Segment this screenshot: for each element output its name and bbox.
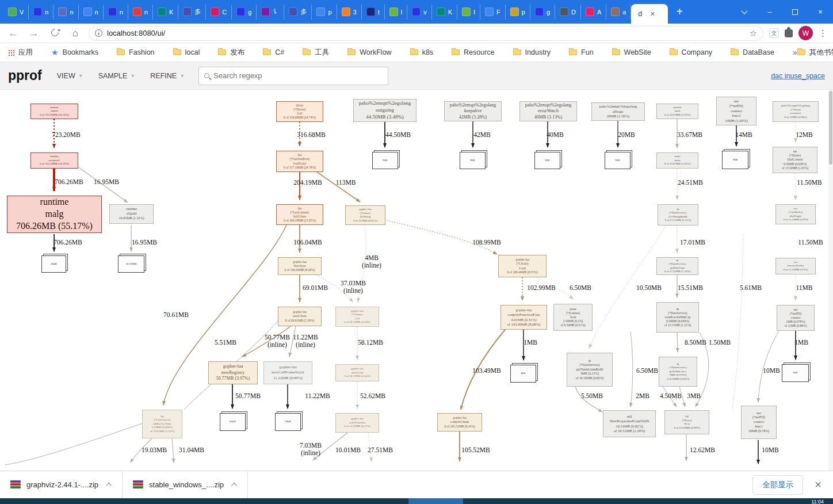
graph-node-sink-96b-6[interactable]: 96B	[782, 364, 809, 382]
graph-node-sink-96b-3[interactable]: 96B	[534, 152, 560, 169]
graph-node-gopher-mainloop[interactable]: gopher-luamainLoop0 of 58.12MB (4.54%)	[335, 364, 379, 381]
graph-node-sink-4kb[interactable]: 4kB	[510, 365, 536, 383]
bookmark-item-发布[interactable]: 发布	[218, 48, 244, 58]
graph-node-ds-getthinklinksbyid[interactable]: ds(*DataService)getThinkLinksByID3MB (0.…	[567, 353, 613, 387]
browser-tab-8[interactable]: 多	[178, 5, 206, 20]
browser-tab-18[interactable]: K	[432, 5, 457, 20]
download-bar-close-icon[interactable]: ×	[815, 478, 821, 491]
graph-node-gopher-compilechunk[interactable]: gopher-luacompileChunk0 of 105.52MB (8.2…	[437, 413, 482, 432]
browser-tab-15[interactable]: t	[362, 5, 385, 20]
graph-node-sink-96b-1[interactable]: 96B	[372, 152, 398, 169]
graph-node-runtime-mstart[interactable]: runtimemstart0 of 723.20MB (56.50%)	[30, 104, 78, 119]
graph-node-net-internetsocket[interactable]: netinternetSocket0 of 11.50MB (0.9%)	[775, 258, 816, 274]
graph-node-lua-initlstate[interactable]: lua(*LuaContext)InitLState0 of 204.19MB …	[276, 204, 323, 225]
browser-tab-17[interactable]: v	[407, 5, 432, 20]
bookmark-item-k8s[interactable]: k8s	[410, 48, 433, 56]
graph-node-sink-80kb[interactable]: 80kB	[220, 413, 246, 431]
graph-node-driver-call[interactable]: driver(*Driver)Call0 of 316.68MB (24.74%…	[276, 101, 323, 122]
chevron-up-icon[interactable]	[106, 483, 112, 488]
scrollbar-thumb[interactable]	[829, 91, 832, 165]
graph-node-sink-20kb[interactable]: 20kB	[275, 413, 301, 431]
extensions-icon[interactable]	[785, 29, 793, 37]
browser-tab-22[interactable]: g	[530, 5, 555, 20]
browser-tab-1[interactable]: V	[3, 5, 29, 20]
menu-sample[interactable]: SAMPLE▼	[98, 72, 136, 80]
browser-tab-3[interactable]: n	[54, 5, 78, 20]
graph-node-paho-errorwatch[interactable]: paho%2emqtt%2egolangerrorWatch40MB (3.13…	[519, 101, 577, 121]
tab-close-icon[interactable]: ×	[650, 9, 655, 18]
tab-search-chevron-icon[interactable]	[732, 0, 757, 24]
browser-tab-6[interactable]: n	[128, 5, 153, 20]
menu-refine[interactable]: REFINE▼	[150, 72, 185, 80]
bookmark-item-Fashion[interactable]: Fashion	[117, 48, 154, 56]
browser-tab-23[interactable]: D	[555, 5, 581, 20]
browser-tab-4[interactable]: n	[79, 5, 104, 20]
graph-node-util-newpropertiesfromjson[interactable]: utilNewPropertiesFromJSON10.51MB (0.82%)…	[603, 410, 656, 437]
graph-node-main-main[interactable]: mainmain0 of 33.67MB (2.63%)	[656, 152, 698, 169]
translate-icon[interactable]: 文	[769, 28, 779, 38]
graph-node-lua-adddevicetable[interactable]: lua(*LuaContext)addDeviceTable0.50MB (0.…	[142, 410, 182, 438]
graph-node-lua-loadscript[interactable]: lua(*LuaSandbox)loadScript0 of 317.19MB …	[276, 151, 323, 172]
browser-tab-19[interactable]: I	[457, 5, 480, 20]
graph-node-net-netfd-connect[interactable]: net(*netFD)connect1MB (0.078%)of 11MB (0…	[777, 305, 815, 331]
graph-node-gopher-newregistry[interactable]: gopher-luanewRegistry50.77MB (3.97%)	[208, 361, 258, 384]
search-box[interactable]	[198, 67, 388, 85]
graph-node-gopher-lstate-call[interactable]: gopher-lua(*LState)Call0 of 58.12MB (4.5…	[335, 307, 379, 327]
graph-node-runtime-malg[interactable]: runtimemalg706.26MB (55.17%)	[7, 196, 102, 233]
graph-node-parse-scan[interactable]: parse(*Scanner)Scan2.50MB (0.2%)of 6.50M…	[553, 304, 593, 331]
browser-tab-5[interactable]: n	[104, 5, 128, 20]
graph-node-net-dialsingle[interactable]: net(*sysDialer)dialSingle0 of 11.50MB (0…	[775, 204, 816, 224]
bookmark-item-应用[interactable]: 应用	[8, 48, 33, 58]
graph-node-net-connect-func1[interactable]: net(*netFD)connectfunc110MB (0.78%)	[741, 406, 777, 439]
browser-tab-24[interactable]: A	[581, 5, 606, 20]
new-tab-button[interactable]: +	[668, 5, 691, 18]
graph-node-gopher-load[interactable]: gopher-lua(*LState)Load0 of 109.49MB (8.…	[498, 255, 547, 277]
graph-node-runtime-main[interactable]: runtimemain0 of 33.67MB (2.63%)	[656, 104, 698, 119]
download-item-2[interactable]: stable_windows_....zip	[123, 471, 248, 498]
menu-kebab-icon[interactable]: ⋮	[819, 28, 827, 39]
menu-view[interactable]: VIEW▼	[57, 72, 83, 80]
browser-tab-7[interactable]: K	[153, 5, 178, 20]
search-input[interactable]	[213, 71, 383, 80]
graph-node-ds-getsubdevices[interactable]: ds(*DataService)getSubDevices1MB (0.078%…	[659, 357, 697, 387]
bookmark-item-Bookmarks[interactable]: ★Bookmarks	[51, 48, 98, 56]
active-tab[interactable]: d ×	[631, 4, 668, 24]
maximize-button[interactable]	[782, 0, 808, 24]
browser-tab-14[interactable]: 3	[337, 5, 362, 20]
bookmark-item-local[interactable]: local	[173, 48, 200, 56]
graph-node-sink-96b-5[interactable]: 96B	[722, 151, 748, 169]
graph-node-runtime-allgadd[interactable]: runtimeallgadd16.95MB (1.32%)	[109, 204, 154, 224]
graph-node-ds-scanrowasdimcap[interactable]: ds(*DataService)scanRowAsDimCap0.50MB (0…	[656, 302, 699, 333]
minimize-button[interactable]: –	[757, 0, 782, 24]
graph-node-sink-96b-4[interactable]: 96B	[605, 152, 631, 169]
browser-tab-16[interactable]: l	[385, 5, 407, 20]
bookmark-item-工具[interactable]: 工具	[303, 48, 329, 58]
browser-tab-21[interactable]: p	[506, 5, 530, 20]
bookmark-item-Industry[interactable]: Industry	[513, 48, 551, 56]
graph-node-gopher-callgfunction[interactable]: gopher-luacallGFunction0 of 52.62MB (4.1…	[335, 413, 379, 433]
show-all-downloads-button[interactable]: 全部显示	[752, 475, 803, 495]
download-item-1[interactable]: graphviz-2.44.1-....zip	[0, 471, 123, 498]
graph-node-ds-getthingsbyids[interactable]: ds(*DataService)GetThingsByIds0 of 27.51…	[658, 204, 698, 226]
scrollbar[interactable]	[828, 90, 833, 471]
browser-tab-2[interactable]: n	[29, 5, 54, 20]
bookmark-item-WorkFlow[interactable]: WorkFlow	[347, 48, 391, 56]
back-icon[interactable]: ←	[6, 28, 21, 39]
bookmark-item-其他书签[interactable]: 其他书签	[797, 48, 833, 58]
graph-node-runtime-newproc1[interactable]: runtimenewproc10 of 723.20MB (56.50%)	[30, 152, 78, 169]
browser-tab-25[interactable]: a	[606, 5, 631, 20]
graph-node-gopher-newstate[interactable]: gopher-luaNewState0 of 106.04MB (8.28%)	[278, 257, 322, 275]
browser-tab-20[interactable]: F	[480, 5, 506, 20]
graph-node-gopher-compilefunctionexpr[interactable]: gopher-luacompileFunctionExpr4.01MB (0.3…	[500, 305, 547, 330]
bookmark-item-Fun[interactable]: Fun	[569, 48, 594, 56]
bookmark-item-Company[interactable]: Company	[670, 48, 713, 56]
home-icon[interactable]: ⌂	[68, 28, 83, 39]
graph-node-sink-96b-2[interactable]: 96B	[460, 152, 486, 169]
bookmark-item-»[interactable]: »	[793, 48, 797, 57]
graph-node-sink-384b[interactable]: 384B	[41, 255, 66, 273]
chevron-up-icon[interactable]	[231, 483, 237, 488]
profile-link[interactable]: dac inuse_space	[771, 72, 825, 80]
graph-node-sink-1695mb[interactable]: 16.95MB	[118, 255, 144, 273]
graph-node-net-connect-func2[interactable]: net(*netFD)connectfunc214MB (1.09%)	[716, 97, 756, 125]
graph-node-gopher-newlstate[interactable]: gopher-luanewLState0 of 69.01MB (5.39%)	[278, 307, 322, 326]
